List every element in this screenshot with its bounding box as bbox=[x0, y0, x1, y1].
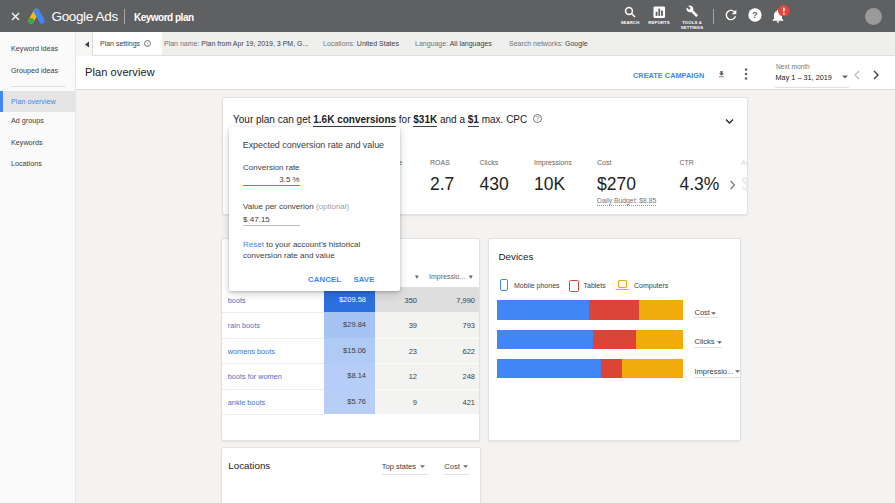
svg-text:?: ? bbox=[752, 10, 757, 20]
